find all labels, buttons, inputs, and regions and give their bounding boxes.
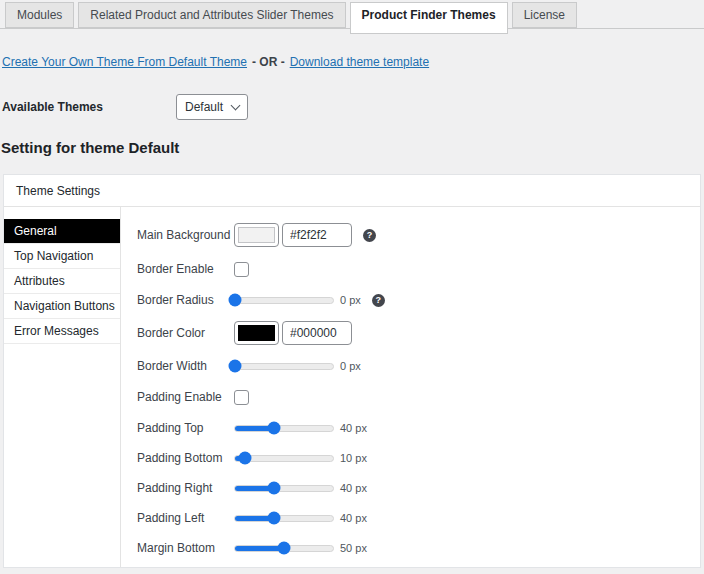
field-label: Margin Bottom xyxy=(137,541,234,555)
tab-product-finder-themes[interactable]: Product Finder Themes xyxy=(350,2,508,34)
slider-value: 50 px xyxy=(340,542,367,554)
help-icon[interactable]: ? xyxy=(363,229,376,242)
chevron-down-icon xyxy=(231,100,241,110)
slider-value: 40 px xyxy=(340,422,367,434)
field-label: Padding Bottom xyxy=(137,451,234,465)
field-row-padding-right: Padding Right40 px xyxy=(137,473,700,503)
sidebar-item-attributes[interactable]: Attributes xyxy=(4,269,120,294)
padding-enable-checkbox[interactable] xyxy=(234,390,249,405)
slider-value: 40 px xyxy=(340,482,367,494)
color-swatch-preview xyxy=(238,227,275,243)
field-label: Border Color xyxy=(137,326,234,340)
border-color-color-swatch[interactable] xyxy=(234,321,279,345)
field-label: Main Background xyxy=(137,228,234,242)
border-color-hex-input[interactable] xyxy=(282,321,352,345)
theme-select[interactable]: Default xyxy=(176,94,248,120)
field-row-padding-enable: Padding Enable xyxy=(137,381,700,413)
help-icon[interactable]: ? xyxy=(372,294,385,307)
sidebar-item-navigation-buttons[interactable]: Navigation Buttons xyxy=(4,294,120,319)
slider-value: 0 px xyxy=(340,360,361,372)
theme-settings-panel: Theme Settings GeneralTop NavigationAttr… xyxy=(3,174,701,568)
color-swatch-preview xyxy=(238,325,275,341)
settings-sidebar: GeneralTop NavigationAttributesNavigatio… xyxy=(4,207,121,567)
slider-thumb[interactable] xyxy=(229,360,242,373)
tab-related-product-and-attributes-slider-themes[interactable]: Related Product and Attributes Slider Th… xyxy=(78,2,345,28)
slider-thumb[interactable] xyxy=(238,452,251,465)
create-own-theme-link[interactable]: Create Your Own Theme From Default Theme xyxy=(2,55,247,69)
margin-bottom-slider[interactable] xyxy=(234,545,334,552)
slider-thumb[interactable] xyxy=(268,512,281,525)
slider-value: 0 px xyxy=(340,294,361,306)
field-row-padding-top: Padding Top40 px xyxy=(137,413,700,443)
slider-value: 10 px xyxy=(340,452,367,464)
slider-value: 40 px xyxy=(340,512,367,524)
tab-modules[interactable]: Modules xyxy=(5,2,74,28)
border-width-slider[interactable] xyxy=(234,363,334,370)
padding-top-slider[interactable] xyxy=(234,425,334,432)
available-themes-label: Available Themes xyxy=(2,100,176,114)
field-row-padding-bottom: Padding Bottom10 px xyxy=(137,443,700,473)
slider-thumb[interactable] xyxy=(229,294,242,307)
padding-right-slider[interactable] xyxy=(234,485,334,492)
field-row-border-width: Border Width0 px xyxy=(137,351,700,381)
field-label: Border Radius xyxy=(137,293,234,307)
tab-license[interactable]: License xyxy=(512,2,577,28)
border-radius-slider[interactable] xyxy=(234,297,334,304)
or-separator: - OR - xyxy=(252,55,285,69)
padding-left-slider[interactable] xyxy=(234,515,334,522)
sidebar-item-general[interactable]: General xyxy=(4,219,120,244)
field-label: Border Enable xyxy=(137,262,234,276)
field-row-margin-bottom: Margin Bottom50 px xyxy=(137,533,700,563)
sidebar-item-error-messages[interactable]: Error Messages xyxy=(4,319,120,344)
field-label: Border Width xyxy=(137,359,234,373)
field-row-padding-left: Padding Left40 px xyxy=(137,503,700,533)
sidebar-item-top-navigation[interactable]: Top Navigation xyxy=(4,244,120,269)
field-row-border-color: Border Color xyxy=(137,315,700,351)
border-enable-checkbox[interactable] xyxy=(234,262,249,277)
field-row-main-background: Main Background? xyxy=(137,217,700,253)
field-label: Padding Left xyxy=(137,511,234,525)
main-background-color-swatch[interactable] xyxy=(234,223,279,247)
panel-header: Theme Settings xyxy=(4,175,700,207)
field-row-border-radius: Border Radius0 px? xyxy=(137,285,700,315)
field-row-border-enable: Border Enable xyxy=(137,253,700,285)
field-label: Padding Top xyxy=(137,421,234,435)
slider-thumb[interactable] xyxy=(268,482,281,495)
padding-bottom-slider[interactable] xyxy=(234,455,334,462)
slider-thumb[interactable] xyxy=(268,422,281,435)
tab-bar: ModulesRelated Product and Attributes Sl… xyxy=(0,0,704,29)
theme-select-value: Default xyxy=(185,100,223,114)
panel-body: GeneralTop NavigationAttributesNavigatio… xyxy=(4,207,700,567)
download-theme-template-link[interactable]: Download theme template xyxy=(290,55,429,69)
page-title: Setting for theme Default xyxy=(1,139,179,156)
field-label: Padding Enable xyxy=(137,390,234,404)
field-label: Padding Right xyxy=(137,481,234,495)
slider-thumb[interactable] xyxy=(278,542,291,555)
available-themes-row: Available Themes Default xyxy=(2,94,248,120)
settings-fields: Main Background?Border EnableBorder Radi… xyxy=(121,207,700,567)
theme-links: Create Your Own Theme From Default Theme… xyxy=(2,55,429,69)
main-background-hex-input[interactable] xyxy=(282,223,352,247)
